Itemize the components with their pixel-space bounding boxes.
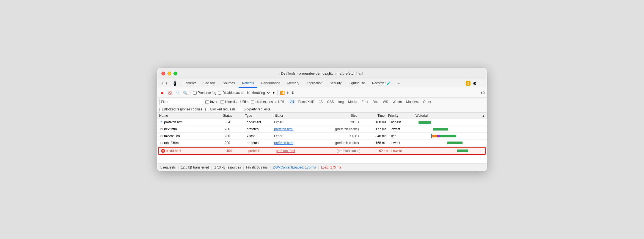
table-row-error[interactable]: ✕ next3.html 404 prefetch prefetch.html … — [158, 147, 486, 155]
table-row[interactable]: □ next2.html 200 prefetch prefetch.html … — [157, 140, 487, 146]
minimize-button[interactable] — [167, 72, 171, 75]
type-fetch-xhr[interactable]: Fetch/XHR — [297, 99, 316, 104]
tab-performance[interactable]: Performance — [258, 79, 284, 88]
invert-checkbox[interactable] — [205, 100, 209, 104]
row-time: 168 ms — [362, 141, 390, 145]
tab-more[interactable]: » — [395, 79, 403, 88]
hide-data-urls-checkbox[interactable] — [221, 100, 224, 104]
chevron-down-icon[interactable]: ▼ — [272, 91, 275, 94]
devtools-tab-bar: ⋮⋮ 📱 Elements Console Sources Network Pe… — [157, 79, 487, 88]
third-party-label[interactable]: 3rd-party requests — [239, 107, 270, 111]
type-css[interactable]: CSS — [326, 99, 336, 104]
network-settings-icon[interactable]: ⚙ — [481, 90, 485, 96]
search-button[interactable]: 🔍 — [182, 90, 188, 96]
blocked-cookies-label[interactable]: Blocked response cookies — [159, 107, 202, 111]
filter-input[interactable] — [159, 99, 203, 105]
disable-cache-text: Disable cache — [222, 91, 243, 95]
device-toolbar-icon[interactable]: 📱 — [171, 79, 179, 88]
table-row[interactable]: □ favicon.ico 200 x-icon Other 6.0 kB 34… — [157, 133, 487, 140]
type-img[interactable]: Img — [337, 99, 345, 104]
tab-network[interactable]: Network — [239, 79, 257, 88]
header-status[interactable]: Status — [223, 114, 245, 118]
divider-1 — [191, 90, 191, 95]
header-name[interactable]: Name — [157, 114, 223, 118]
type-all[interactable]: All — [288, 99, 295, 104]
table-row[interactable]: 🗒 prefetch.html 304 document Other 291 B… — [157, 119, 487, 126]
row-initiator[interactable]: prefetch.html — [276, 149, 320, 153]
row-time: 346 ms — [362, 134, 390, 138]
clear-button[interactable]: 🚫 — [167, 90, 173, 96]
row-size: 291 B — [318, 120, 362, 124]
wifi-icon[interactable]: 📶 — [280, 91, 285, 95]
tab-lighthouse[interactable]: Lighthouse — [345, 79, 368, 88]
blocked-requests-checkbox[interactable] — [205, 108, 209, 111]
hide-data-urls-label[interactable]: Hide data URLs — [221, 100, 249, 104]
preserve-log-label[interactable]: Preserve log — [193, 91, 216, 95]
row-name: next2.html — [164, 141, 225, 145]
header-priority[interactable]: Priority — [388, 114, 415, 118]
settings-icon[interactable]: ⚙ — [473, 81, 477, 86]
upload-icon[interactable]: ⬆ — [286, 91, 290, 95]
tab-security[interactable]: Security — [326, 79, 345, 88]
type-media[interactable]: Media — [346, 99, 359, 104]
badge-icon: 2 — [466, 81, 470, 86]
hide-extension-urls-checkbox[interactable] — [251, 100, 254, 104]
row-name: favicon.ico — [164, 134, 225, 138]
row-status: 200 — [225, 127, 247, 131]
third-party-checkbox[interactable] — [239, 108, 242, 111]
row-type: x-icon — [247, 134, 274, 138]
network-toolbar: ⏺ 🚫 ▽ 🔍 Preserve log Disable cache No th… — [157, 88, 487, 98]
maximize-button[interactable] — [174, 72, 177, 75]
tab-elements[interactable]: Elements — [179, 79, 200, 88]
blocked-requests-label[interactable]: Blocked requests — [205, 107, 235, 111]
type-doc[interactable]: Doc — [371, 99, 380, 104]
row-type: prefetch — [247, 127, 274, 131]
header-type[interactable]: Type — [245, 114, 273, 118]
header-waterfall[interactable]: Waterfall ▲ — [415, 114, 487, 118]
type-font[interactable]: Font — [360, 99, 370, 104]
type-js[interactable]: JS — [317, 99, 324, 104]
row-initiator[interactable]: prefetch.html — [274, 141, 318, 145]
tab-console[interactable]: Console — [200, 79, 219, 88]
close-button[interactable] — [161, 72, 165, 75]
disable-cache-checkbox[interactable] — [218, 91, 221, 95]
disable-cache-label[interactable]: Disable cache — [218, 91, 243, 95]
download-icon[interactable]: ⬇ — [291, 91, 295, 95]
tab-recorder[interactable]: Recorder 🧪 — [369, 79, 394, 88]
resources-size: 17.3 kB resources — [214, 165, 241, 169]
row-initiator[interactable]: prefetch.html — [274, 127, 318, 131]
filter-bar: Invert Hide data URLs Hide extension URL… — [157, 98, 487, 106]
header-size[interactable]: Size — [317, 114, 360, 118]
inspector-icon[interactable]: ⋮⋮ — [159, 79, 170, 88]
row-priority: Highest — [390, 120, 417, 124]
hide-extension-urls-label[interactable]: Hide extension URLs — [251, 100, 287, 104]
invert-label[interactable]: Invert — [205, 100, 218, 104]
row-size: (prefetch cache) — [320, 149, 364, 153]
tab-memory[interactable]: Memory — [284, 79, 302, 88]
type-other[interactable]: Other — [422, 99, 433, 104]
table-row[interactable]: □ next.html 200 prefetch prefetch.html (… — [157, 126, 487, 133]
blocked-cookies-checkbox[interactable] — [159, 108, 163, 111]
tab-sources[interactable]: Sources — [219, 79, 238, 88]
type-ws[interactable]: WS — [381, 99, 390, 104]
tab-application[interactable]: Application — [303, 79, 326, 88]
row-status: 200 — [225, 134, 247, 138]
type-wasm[interactable]: Wasm — [391, 99, 404, 104]
type-manifest[interactable]: Manifest — [404, 99, 420, 104]
row-priority: High — [390, 134, 417, 138]
row-waterfall — [417, 127, 487, 131]
filter-icon[interactable]: ▽ — [175, 90, 181, 96]
row-initiator: Other — [274, 134, 318, 138]
divider-2 — [277, 90, 278, 95]
error-icon: ✕ — [160, 149, 166, 153]
header-time[interactable]: Time — [360, 114, 388, 118]
more-icon[interactable]: ⋮ — [479, 81, 483, 86]
transferred-size: 12.6 kB transferred — [181, 165, 209, 169]
throttle-select[interactable]: No throttling — [245, 90, 271, 96]
empty-row — [157, 155, 487, 164]
load-time: Load: 176 ms — [321, 165, 341, 169]
record-button[interactable]: ⏺ — [159, 90, 165, 96]
header-initiator[interactable]: Initiator — [273, 114, 317, 118]
domcontent-time: DOMContentLoaded: 176 ms — [273, 165, 316, 169]
preserve-log-checkbox[interactable] — [193, 91, 197, 95]
